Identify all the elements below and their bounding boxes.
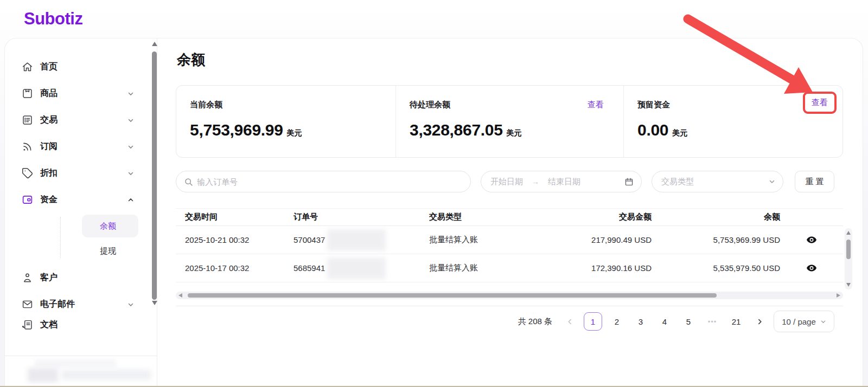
view-detail-eye-icon[interactable]: [807, 236, 816, 243]
page-title: 余额: [177, 50, 205, 69]
redacted-order-suffix: [327, 257, 386, 279]
scrollbar-thumb[interactable]: [152, 51, 157, 300]
order-search-box[interactable]: [176, 171, 471, 192]
sidebar-item-products[interactable]: 商品: [21, 80, 138, 107]
reset-button[interactable]: 重 置: [795, 171, 834, 192]
cell-order: 5685941: [284, 257, 420, 279]
scrollbar-thumb[interactable]: [188, 293, 717, 298]
sidebar-item-discounts[interactable]: 折扣: [21, 160, 138, 186]
sidebar-footer-divider: [5, 356, 157, 356]
sidebar-scroll-area[interactable]: 首页 商品 交易: [5, 38, 150, 308]
table-body: 2025-10-21 00:32 5700437 批量结算入账 217,990.…: [176, 226, 843, 291]
scroll-down-icon[interactable]: [152, 301, 157, 305]
scroll-left-icon[interactable]: [178, 293, 182, 298]
page-ellipsis[interactable]: •••: [703, 318, 722, 326]
scroll-right-icon[interactable]: [837, 293, 840, 298]
scroll-down-icon[interactable]: [846, 283, 851, 287]
sidebar-item-subscriptions[interactable]: 订阅: [21, 133, 138, 160]
sidebar-subitem-withdraw[interactable]: 提现: [82, 240, 138, 262]
sidebar: 首页 商品 交易: [5, 38, 157, 387]
current-balance-value: 5,753,969.99: [190, 121, 283, 139]
sidebar-item-funds[interactable]: 资金: [21, 186, 138, 213]
redacted-profile-name: [61, 370, 151, 380]
pending-balance-block: 待处理余额 查看 3,328,867.05 美元: [395, 86, 623, 157]
table-row: 2025-10-17 00:32 5685941 批量结算入账 172,390.…: [176, 254, 843, 282]
page-3[interactable]: 3: [631, 312, 650, 331]
table-header: 交易时间 订单号 交易类型 交易金额 余额: [176, 208, 843, 226]
cell-balance: 5,535,979.50 USD: [652, 263, 780, 273]
table-horizontal-scrollbar[interactable]: [176, 292, 843, 299]
chevron-down-icon: [127, 117, 134, 124]
scroll-up-icon[interactable]: [846, 231, 851, 235]
sidebar-item-label: 交易: [40, 114, 58, 126]
sidebar-item-email[interactable]: 电子邮件: [21, 291, 138, 308]
sidebar-item-label: 文档: [40, 319, 58, 331]
rss-icon: [21, 141, 33, 153]
cell-amount: 217,990.49 USD: [556, 235, 652, 244]
cell-amount: 172,390.16 USD: [556, 263, 652, 273]
page-1[interactable]: 1: [584, 312, 602, 331]
col-transaction-time: 交易时间: [176, 212, 284, 222]
pending-balance-view-link[interactable]: 查看: [588, 100, 604, 110]
package-icon: [21, 88, 33, 100]
search-icon: [184, 177, 193, 189]
page-21[interactable]: 21: [727, 312, 745, 331]
current-balance-block: 当前余额 5,753,969.99 美元: [176, 86, 395, 157]
sidebar-item-customers[interactable]: 客户: [21, 265, 138, 291]
currency-label: 美元: [507, 128, 522, 138]
cell-type: 批量结算入账: [420, 263, 556, 273]
cell-time: 2025-10-17 00:32: [176, 263, 284, 273]
docs-icon: [21, 319, 33, 331]
reserved-funds-view-link[interactable]: 查看: [812, 98, 828, 107]
balance-summary-card: 当前余额 5,753,969.99 美元 待处理余额 查看 3,328,867.…: [176, 85, 843, 158]
sidebar-item-label: 电子邮件: [40, 299, 75, 308]
page-size-select[interactable]: 10 / page: [774, 311, 834, 332]
scroll-up-icon[interactable]: [152, 42, 157, 46]
sidebar-scrollbar[interactable]: [151, 40, 158, 307]
table-row-clipped: [176, 282, 843, 291]
current-balance-label: 当前余额: [190, 100, 395, 110]
order-prefix: 5700437: [293, 235, 325, 244]
chevron-down-icon: [820, 319, 826, 325]
page-2[interactable]: 2: [608, 312, 626, 331]
table-bottom-divider: [176, 306, 843, 306]
table-vertical-scrollbar[interactable]: [845, 228, 852, 289]
sidebar-item-transactions[interactable]: 交易: [21, 107, 138, 133]
scrollbar-thumb[interactable]: [846, 240, 851, 259]
cell-type: 批量结算入账: [420, 235, 556, 245]
chevron-down-icon: [127, 91, 134, 97]
sidebar-subitem-balance[interactable]: 余额: [82, 215, 138, 237]
prev-page-icon[interactable]: [561, 312, 578, 331]
pending-balance-value: 3,328,867.05: [410, 121, 503, 139]
transaction-type-placeholder: 交易类型: [661, 177, 694, 187]
date-range-picker[interactable]: 开始日期 → 结束日期: [481, 171, 642, 192]
view-detail-eye-icon[interactable]: [807, 265, 816, 272]
currency-label: 美元: [287, 128, 302, 138]
next-page-icon[interactable]: [751, 312, 768, 331]
sidebar-item-label: 首页: [40, 61, 58, 73]
col-transaction-type: 交易类型: [420, 212, 556, 222]
sidebar-item-docs[interactable]: 文档: [21, 313, 138, 337]
pagination: 共 208 条 1 2 3 4 5 ••• 21 10 / page: [176, 311, 843, 332]
redacted-order-suffix: [327, 229, 386, 251]
chevron-down-icon: [127, 301, 134, 308]
transaction-type-select[interactable]: 交易类型: [652, 171, 783, 192]
redacted-profile-text: [35, 360, 116, 367]
cell-order: 5700437: [284, 229, 420, 251]
sidebar-item-home[interactable]: 首页: [21, 54, 138, 80]
sidebar-item-label: 订阅: [40, 141, 58, 152]
chevron-down-icon: [127, 144, 134, 150]
tag-icon: [21, 167, 33, 179]
funds-submenu: 余额 提现: [21, 215, 150, 262]
col-transaction-amount: 交易金额: [556, 212, 652, 222]
page-5[interactable]: 5: [679, 312, 698, 331]
submenu-guide-line: [60, 217, 61, 258]
date-range-arrow-icon: →: [532, 177, 539, 186]
user-icon: [21, 272, 33, 284]
app-logo[interactable]: Subotiz: [24, 9, 82, 29]
order-search-input[interactable]: [197, 171, 463, 192]
end-date-placeholder: 结束日期: [548, 177, 580, 187]
table-row: 2025-10-21 00:32 5700437 批量结算入账 217,990.…: [176, 226, 843, 254]
page-4[interactable]: 4: [655, 312, 674, 331]
chevron-up-icon: [127, 197, 134, 203]
